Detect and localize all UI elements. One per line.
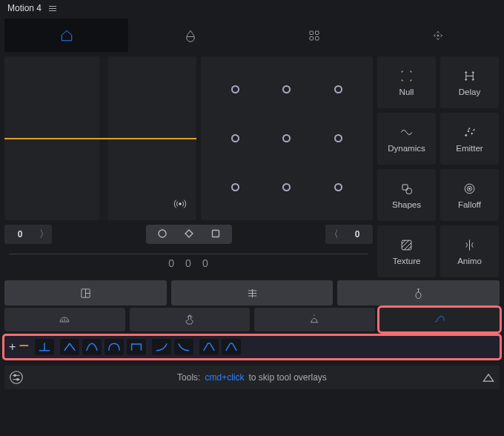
footer-suffix: to skip tool overlays [248,372,326,383]
curve-expo-out[interactable] [174,339,193,355]
tick-2: 0 [202,257,209,269]
anchor-bl[interactable] [210,162,261,211]
mode-square[interactable] [211,229,220,240]
tool-dynamics[interactable]: Dynamics [377,113,436,165]
tool-emitter-label: Emitter [456,144,483,153]
curve-step[interactable] [127,339,146,355]
svg-rect-9 [212,230,219,237]
svg-rect-25 [402,240,411,250]
svg-rect-8 [185,230,193,237]
curve-expo-in[interactable] [152,339,171,355]
anchor-bc[interactable] [261,162,312,211]
anchor-ml[interactable] [210,114,261,163]
out-frame-group: 〈 0 [325,225,373,244]
tab-home[interactable] [4,19,128,52]
tool-dynamics-label: Dynamics [388,144,425,153]
scrub-area[interactable]: 0 0 0 [4,250,373,272]
anchor-point-grid [201,56,373,220]
preview-timeline-line [4,138,196,139]
tool-texture-label: Texture [393,257,421,265]
app-title: Motion 4 [7,3,42,13]
layout-tab-a[interactable] [4,280,167,305]
tool-delay-label: Delay [459,87,480,96]
layout-tab-b[interactable] [171,280,334,305]
tool-shapes-label: Shapes [392,200,421,209]
anchor-tl[interactable] [210,65,261,114]
tool-null[interactable]: Null [377,56,436,108]
editor-tab-palette[interactable] [4,308,125,331]
curve-toolbar: + − [4,336,500,358]
editor-tab-curve[interactable] [379,308,500,331]
mode-circle[interactable] [158,229,167,240]
svg-rect-3 [310,36,314,40]
svg-point-41 [10,371,23,384]
tool-falloff-label: Falloff [458,200,481,209]
svg-point-21 [406,188,412,194]
anchor-mc[interactable] [261,114,312,163]
tool-animo-label: Animo [457,257,482,265]
tab-drop[interactable] [128,19,252,52]
menu-icon[interactable] [49,6,56,11]
tool-null-label: Null [399,87,414,96]
svg-rect-2 [315,31,319,35]
shape-mode-group [146,225,232,244]
scrub-ticks: 0 0 0 [168,257,208,269]
tool-falloff[interactable]: Falloff [440,169,499,221]
anchor-br[interactable] [313,162,364,211]
svg-point-6 [179,203,182,205]
out-frame-value[interactable]: 0 [342,225,373,244]
svg-point-19 [471,133,473,134]
collapse-icon[interactable] [481,366,496,389]
curve-ease-in[interactable] [60,339,79,355]
in-frame-group: 0 〉 [4,225,52,244]
tab-grid[interactable] [252,19,376,52]
svg-point-7 [159,230,166,237]
layout-tab-c[interactable] [337,280,500,305]
tool-shapes[interactable]: Shapes [377,169,436,221]
curve-remove-icon[interactable]: − [19,335,29,356]
svg-point-45 [17,378,19,380]
svg-point-44 [14,374,16,377]
svg-point-24 [469,188,471,189]
tool-texture[interactable]: Texture [377,225,436,277]
curve-ease-in-out[interactable] [82,339,102,355]
editor-tab-touch[interactable] [130,308,251,331]
broadcast-icon[interactable] [170,194,190,214]
anchor-mr[interactable] [313,114,364,163]
curve-bump-out[interactable] [222,339,241,355]
footer-accent: cmd+click [205,372,244,383]
in-frame-value[interactable]: 0 [4,225,36,244]
tick-0: 0 [168,257,175,269]
scrub-line [9,254,368,254]
tick-1: 0 [185,257,192,269]
curve-bump-in[interactable] [199,339,219,355]
curve-ease-out[interactable] [105,339,124,355]
svg-point-17 [465,134,467,136]
tool-animo[interactable]: Animo [440,225,499,277]
footer-prefix: Tools: [177,372,200,383]
svg-rect-1 [310,31,314,35]
mode-diamond[interactable] [185,229,193,240]
settings-icon[interactable] [8,366,24,389]
in-frame-next[interactable]: 〉 [36,225,52,244]
editor-tab-bell[interactable] [254,308,375,331]
svg-point-5 [437,35,439,36]
svg-rect-4 [315,36,319,40]
anchor-tr[interactable] [313,65,364,114]
curve-linear[interactable] [35,339,54,355]
anchor-tc[interactable] [261,65,312,114]
tool-emitter[interactable]: Emitter [440,113,499,165]
curve-add-icon[interactable]: + [9,340,16,354]
preview-panel[interactable] [4,56,196,220]
footer-bar: Tools: cmd+click to skip tool overlays [4,366,500,389]
tool-delay[interactable]: Delay [440,56,499,108]
svg-point-18 [468,131,469,132]
out-frame-prev[interactable]: 〈 [325,225,342,244]
top-tabs [4,19,500,52]
tab-move[interactable] [376,19,500,52]
